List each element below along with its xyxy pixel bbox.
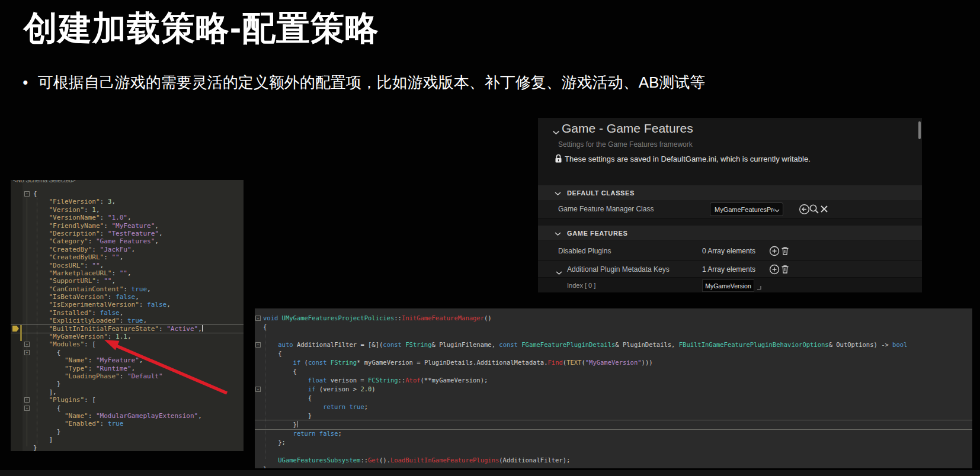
gutter [11,340,33,348]
settings-subtitle: Settings for the Game Features framework [558,140,693,149]
code-line: auto AdditionalFilter = [&](const FStrin… [255,340,972,349]
json-editor-panel[interactable]: <No Schema Selected> { "FileVersion": 3,… [11,180,244,451]
section-label: DEFAULT CLASSES [567,189,635,197]
delete-element-icon[interactable] [779,263,791,275]
code-line: "Version": 1, [11,206,244,214]
code-line: "BuiltInInitialFeatureState": "Active", [11,325,244,333]
code-line: ], [11,388,244,396]
code-line: "SupportURL": "", [11,277,244,285]
code-line: { [255,394,972,403]
code-line: "CanContainContent": true, [11,285,244,293]
code-line: "Modules": [ [11,340,244,348]
array-count: 0 Array elements [702,247,755,255]
settings-title: Game - Game Features [562,121,693,136]
gutter [255,340,263,349]
code-line: "Name": "ModularGameplayExtension", [11,412,244,420]
code-line: { [255,323,972,332]
gutter [11,396,33,404]
dropdown-value: MyGameFeaturesProjectPolicies [710,206,774,213]
collapse-chevron-icon[interactable] [552,127,560,137]
metadata-key-field[interactable]: MyGameVersion [702,279,754,292]
fold-icon[interactable] [24,406,30,411]
clear-icon[interactable] [818,203,830,215]
fold-icon[interactable] [255,316,261,321]
save-location-note: These settings are saved in DefaultGame.… [565,155,811,163]
code-line: } [255,465,972,468]
gutter [255,314,263,323]
chevron-down-icon [555,228,561,239]
gutter [11,190,33,198]
code-line: "DocsURL": "", [11,262,244,269]
code-line: if (verison > 2.0) [255,385,972,394]
insert-corner-icon [757,282,762,293]
chevron-down-icon [555,188,561,198]
property-label: Additional Plugin Metadata Keys [567,265,670,274]
page-title: 创建加载策略-配置策略 [24,6,379,52]
code-line: if (const FString* myGameVersion = Plugi… [255,358,972,367]
property-label: Game Feature Manager Class [558,205,654,213]
row-disabled-plugins: Disabled Plugins 0 Array elements [538,241,922,261]
code-line: "MyGameVersion": 1.1, [11,333,244,340]
code-line: UGameFeaturesSubsystem::Get().LoadBuiltI… [255,456,972,465]
gutter [11,349,33,356]
add-element-icon[interactable] [768,263,780,275]
code-line: } [255,420,972,429]
code-line: "CreatedByURL": "", [11,253,244,261]
bottom-strip [0,470,980,476]
settings-scrollbar[interactable] [918,121,921,139]
code-line: float verison = FCString::Atof(**myGameV… [255,376,972,385]
bullet-dot: ● [23,72,28,92]
code-line: ] [11,436,244,443]
code-line: return false; [255,429,972,438]
index-label: Index [ 0 ] [567,282,595,289]
lock-icon [555,154,562,166]
add-element-icon[interactable] [768,245,780,257]
code-line: "FriendlyName": "MyFeature", [11,222,244,230]
code-line: void UMyGameFeaturesProjectPolicies::Ini… [255,314,972,323]
code-line: "ExplicitlyLoaded": true, [11,317,244,324]
json-code: { "FileVersion": 3, "Version": 1, "Versi… [11,180,244,451]
section-label: GAME FEATURES [567,230,627,237]
code-line: "Plugins": [ [11,396,244,404]
section-default-classes[interactable]: DEFAULT CLASSES [538,185,922,200]
code-line: "Name": "MyFeature", [11,356,244,364]
code-line: { [11,404,244,412]
bullet-item: ● 可根据自己游戏的需要灵活的定义额外的配置项，比如游戏版本、补丁修复、游戏活动… [23,72,705,92]
code-line: "Installed": false, [11,309,244,317]
slide: 创建加载策略-配置策略 ● 可根据自己游戏的需要灵活的定义额外的配置项，比如游戏… [0,0,980,476]
code-line: "CreatedBy": "JackFu", [11,246,244,253]
code-line [255,447,972,456]
gutter [255,385,263,394]
row-additional-plugin-metadata-keys[interactable]: Additional Plugin Metadata Keys 1 Array … [538,261,922,278]
fold-icon[interactable] [24,342,30,347]
fold-icon[interactable] [24,191,30,197]
code-line: } [11,380,244,388]
fold-icon[interactable] [24,397,30,403]
fold-icon[interactable] [255,387,261,392]
text-cursor [297,421,297,427]
code-line: "LoadingPhase": "Default" [11,372,244,380]
code-line: "Enabled": true [11,420,244,427]
code-line: "VersionName": "1.0", [11,214,244,221]
settings-panel: Game - Game Features Settings for the Ga… [538,118,922,291]
property-label: Disabled Plugins [558,247,611,255]
fold-icon[interactable] [255,342,261,348]
chevron-down-icon [556,267,562,278]
cpp-code: void UMyGameFeaturesProjectPolicies::Ini… [255,308,972,468]
fold-icon[interactable] [24,350,30,355]
code-line: "IsExperimentalVersion": false, [11,301,244,308]
delete-element-icon[interactable] [779,245,791,257]
gutter [11,404,33,412]
code-line [255,332,972,340]
code-line: "Description": "TestFeature", [11,230,244,237]
section-game-features[interactable]: GAME FEATURES [538,226,922,240]
code-line: "Type": "Runtime", [11,365,244,372]
manager-class-dropdown[interactable]: MyGameFeaturesProjectPolicies [710,202,783,216]
cpp-editor-panel[interactable]: void UMyGameFeaturesProjectPolicies::Ini… [255,308,972,468]
code-line: } [255,411,972,420]
code-line: return true; [255,403,972,411]
code-line: "MarketplaceURL": "", [11,269,244,277]
code-line: "IsBetaVersion": false, [11,293,244,301]
code-line: { [11,349,244,356]
text-cursor [202,325,203,332]
